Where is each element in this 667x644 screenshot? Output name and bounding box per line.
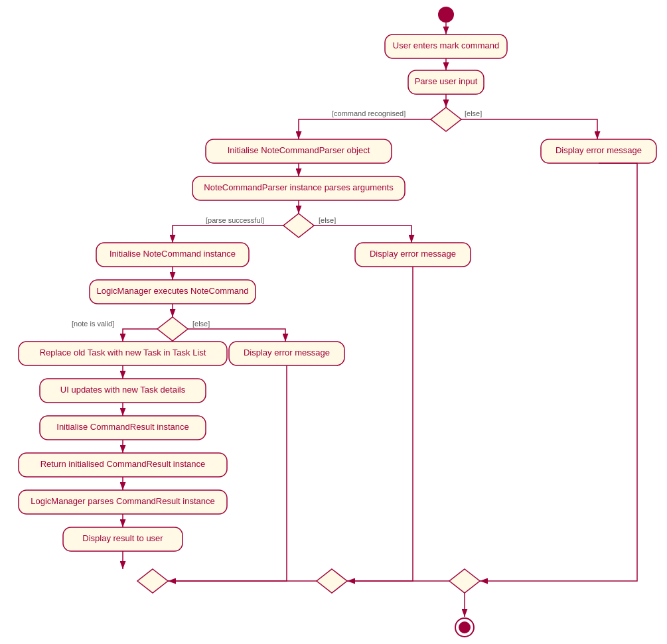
label-else3: [else]: [192, 320, 210, 328]
diamond-3: [157, 317, 188, 341]
arrow-d2-to-error2: [314, 225, 411, 243]
label-logic-executes: LogicManager executes NoteCommand: [96, 286, 248, 296]
diamond-1: [431, 107, 461, 131]
arrow-d1-to-error1: [461, 119, 597, 139]
arrow-d2-to-init-cmd: [173, 225, 283, 243]
diamond-2: [283, 214, 314, 237]
label-init-cr: Initialise CommandResult instance: [56, 422, 188, 432]
label-parser-parses: NoteCommandParser instance parses argume…: [204, 182, 394, 192]
label-ui-updates: UI updates with new Task details: [60, 385, 186, 395]
arrow-error1-to-merge3: [480, 163, 637, 581]
label-error1: Display error message: [556, 145, 642, 155]
label-display-result: Display result to user: [82, 533, 163, 543]
arrow-d1-to-init-parser: [299, 119, 431, 139]
end-inner: [459, 621, 471, 633]
label-error2: Display error message: [370, 249, 456, 259]
merge-diamond-1: [137, 569, 168, 593]
arrow-error2-to-merge2: [347, 267, 413, 581]
label-note-valid: [note is valid]: [72, 320, 114, 328]
label-else1: [else]: [465, 109, 482, 117]
label-logic-parses: LogicManager parses CommandResult instan…: [31, 496, 214, 506]
label-init-cmd: Initialise NoteCommand instance: [110, 249, 236, 259]
label-parse-successful: [parse successful]: [206, 216, 264, 224]
label-init-parser: Initialise NoteCommandParser object: [228, 145, 370, 155]
merge-diamond-3: [449, 569, 480, 593]
merge-diamond-2: [317, 569, 347, 593]
start-node: [438, 7, 454, 23]
label-user-enters: User enters mark command: [393, 40, 499, 50]
arrow-d3-to-error3: [188, 329, 285, 342]
label-cmd-recognised: [command recognised]: [332, 109, 406, 117]
label-replace-task: Replace old Task with new Task in Task L…: [40, 348, 206, 357]
label-else2: [else]: [319, 216, 336, 224]
label-error3: Display error message: [244, 348, 330, 357]
label-return-cr: Return initialised CommandResult instanc…: [40, 459, 206, 469]
label-parse-input: Parse user input: [415, 76, 478, 86]
arrow-d3-to-replace: [123, 329, 157, 342]
